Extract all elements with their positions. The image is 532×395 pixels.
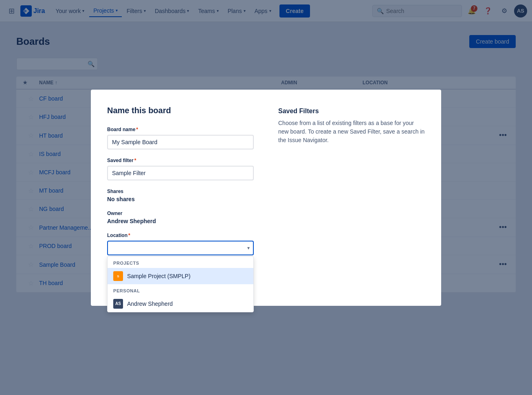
owner-label: Owner bbox=[107, 211, 254, 216]
saved-filter-group: Saved filter * Sample Filter bbox=[107, 158, 254, 180]
modal-left: Name this board Board name * Saved filte… bbox=[107, 106, 254, 290]
location-dropdown: Projects S Sample Project (SMPLP) Person… bbox=[107, 256, 254, 312]
modal-right: Saved Filters Choose from a list of exis… bbox=[278, 106, 425, 290]
create-board-modal: Name this board Board name * Saved filte… bbox=[91, 90, 441, 306]
svg-text:S: S bbox=[117, 274, 119, 278]
saved-filters-title: Saved Filters bbox=[278, 108, 425, 115]
project-name: Sample Project (SMPLP) bbox=[127, 273, 191, 279]
dropdown-item-andrew[interactable]: AS Andrew Shepherd bbox=[108, 296, 253, 312]
location-input[interactable] bbox=[107, 241, 254, 255]
owner-value: Andrew Shepherd bbox=[107, 218, 254, 224]
shares-value: No shares bbox=[107, 196, 254, 202]
board-name-label: Board name * bbox=[107, 127, 254, 132]
owner-group: Owner Andrew Shepherd bbox=[107, 211, 254, 224]
shares-group: Shares No shares bbox=[107, 189, 254, 202]
saved-filter-label: Saved filter * bbox=[107, 158, 254, 163]
dropdown-item-sample-project[interactable]: S Sample Project (SMPLP) bbox=[108, 268, 253, 284]
board-name-group: Board name * bbox=[107, 127, 254, 149]
personal-name: Andrew Shepherd bbox=[127, 301, 173, 307]
required-marker: * bbox=[136, 127, 138, 132]
personal-section-label: Personal bbox=[108, 284, 253, 296]
user-icon: AS bbox=[113, 299, 123, 309]
modal-overlay: Name this board Board name * Saved filte… bbox=[0, 0, 532, 395]
projects-section-label: Projects bbox=[108, 257, 253, 268]
project-icon: S bbox=[113, 271, 123, 281]
modal-title: Name this board bbox=[107, 106, 254, 115]
board-name-input[interactable] bbox=[107, 135, 254, 149]
location-group: Location * ▾ Projects S bbox=[107, 233, 254, 263]
required-marker: * bbox=[134, 158, 136, 163]
saved-filter-select[interactable]: Sample Filter bbox=[107, 166, 254, 180]
shares-label: Shares bbox=[107, 189, 254, 194]
saved-filters-description: Choose from a list of existing filters a… bbox=[278, 119, 425, 145]
location-input-wrap: ▾ Projects S Sample Project (SMPLP) bbox=[107, 241, 254, 255]
required-marker: * bbox=[128, 233, 130, 238]
location-label: Location * bbox=[107, 233, 254, 238]
